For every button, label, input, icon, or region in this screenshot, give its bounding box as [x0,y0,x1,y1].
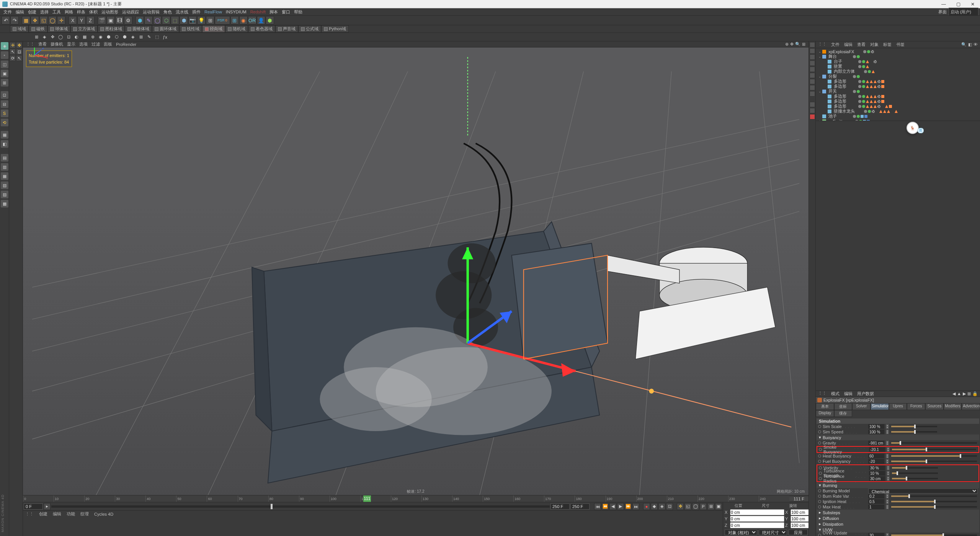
play-fwd-button[interactable]: ▶ [617,503,624,510]
ms-icon[interactable] [810,60,815,66]
render-settings-button[interactable]: ⚙ [124,16,132,25]
axis-x-button[interactable]: X [69,16,77,25]
sec-tab-9[interactable]: 随机域 [225,25,248,33]
lp-t1-icon[interactable]: ⊡ [1,91,8,99]
ms-icon[interactable] [810,79,815,84]
menu-script[interactable]: 脚本 [268,8,280,15]
goto-end-button[interactable]: ⏭ [632,503,639,510]
redo-button[interactable]: ↷ [10,16,19,25]
vptab-display[interactable]: 显示 [67,41,75,47]
menu-plugins[interactable]: 插件 [190,8,203,15]
ms-icon[interactable] [810,114,815,119]
menu-motionclip[interactable]: 运动剪辑 [141,8,162,15]
grip-icon[interactable]: ⋮⋮ [818,391,826,397]
t-opt5[interactable]: ⊞ [707,503,714,510]
uvwupd-input[interactable] [868,533,884,536]
cube-primitive[interactable]: ⬢ [136,16,144,25]
menu-mesh[interactable]: 网格 [63,8,75,15]
ms-icon[interactable] [810,48,815,54]
field-button[interactable]: 👤 [257,16,265,25]
attr-nav-icon[interactable]: ▲ [957,391,961,396]
prev-key-button[interactable]: ⏪ [602,503,609,510]
play-rev-button[interactable]: ◀ [609,503,616,510]
lp-cube-icon[interactable]: ◈ [1,42,8,50]
simspeed-slider[interactable] [891,431,937,433]
simscale-input[interactable] [868,424,884,429]
ms-icon[interactable] [810,108,815,113]
goto-start-button[interactable]: ⏮ [594,503,601,510]
spline-pen[interactable]: ✎ [144,16,153,25]
lp-poly-icon[interactable]: ▣ [1,70,8,77]
render-region-button[interactable]: ▣ [106,16,115,25]
null-button[interactable]: ⊞ [206,16,214,25]
coord-mode-select[interactable]: 对象 (相对) [725,529,757,535]
generator-button[interactable]: ⬡ [162,16,170,25]
irow-icon[interactable]: ⊡ [65,34,72,41]
dynamics-button[interactable]: ◉ [239,16,248,25]
om-bookmark[interactable]: 书签 [896,42,905,47]
vptab-prorender[interactable]: ProRender [116,42,136,47]
ms-icon[interactable] [810,42,815,47]
environment-button[interactable]: ⬢ [180,16,188,25]
scale-tool[interactable]: ◱ [39,16,48,25]
sb-edit[interactable]: 编辑 [53,511,61,517]
fuelb-input[interactable] [868,459,884,464]
vptab-camera[interactable]: 摄像机 [51,41,63,47]
spline-primitive[interactable]: ◯ [153,16,162,25]
tree-row[interactable]: 池子 [816,114,980,119]
subsection-buoyancy[interactable]: ▾ Buoyancy [817,435,979,440]
lp-s6-icon[interactable]: ▩ [1,200,8,208]
ms-icon[interactable] [810,85,815,90]
sec-tab-6[interactable]: 圆环体域 [152,25,179,33]
lp2-icon[interactable]: ⊡ [16,49,22,55]
ts-spin[interactable]: ▸ [44,503,51,510]
sb-cycles[interactable]: Cycles 4D [94,512,113,516]
select-tool[interactable]: ▦ [22,16,30,25]
sb-create[interactable]: 创建 [39,511,47,517]
menu-redshift[interactable]: Redshift [248,8,268,15]
vp-nav3-icon[interactable]: 🔍 [795,42,800,47]
attr-tab-solver[interactable]: Solver [852,403,871,410]
turbs-slider[interactable] [892,472,938,474]
grip-icon[interactable]: ⋮⋮ [818,42,826,47]
attr-tab-缓存[interactable]: 缓存 [834,410,853,417]
auto-key-button[interactable]: ◈ [658,503,665,510]
menu-character[interactable]: 角色 [162,8,174,15]
turbr-input[interactable] [869,476,885,481]
uvwupd-slider[interactable] [891,534,977,536]
ignheat-input[interactable] [868,499,884,504]
menu-volume[interactable]: 体积 [87,8,100,15]
lp-uv-icon[interactable]: ⊞ [1,79,8,87]
turbs-input[interactable] [869,471,885,476]
irow-icon[interactable]: ◐ [73,34,80,41]
t-opt4[interactable]: P [700,503,707,510]
render-view-button[interactable]: 🎬 [98,16,106,25]
menu-tracking[interactable]: 运动跟踪 [120,8,141,15]
sec-tab-10[interactable]: 着色器域 [248,25,275,33]
transport-end2[interactable] [570,503,590,510]
lp-edge-icon[interactable]: ◫ [1,60,8,68]
menu-file[interactable]: 文件 [2,8,14,15]
lp-t2-icon[interactable]: ⊟ [1,100,8,108]
menu-insydium[interactable]: INSYDIUM [224,8,248,15]
irow-icon[interactable]: ◈ [41,34,48,41]
maxheat-input[interactable] [868,505,884,509]
key-sel-button[interactable]: ⊡ [666,503,673,510]
menu-tools[interactable]: 工具 [51,8,63,15]
deformer-button[interactable]: ⬚ [171,16,179,25]
close-button[interactable]: ✕ [968,1,978,8]
menu-help[interactable]: 帮助 [292,8,304,15]
maxheat-slider[interactable] [891,506,977,508]
irow-icon[interactable]: ✥ [49,34,56,41]
attr-tab-advection[interactable]: Advection [962,403,980,410]
om-edit[interactable]: 编辑 [844,42,853,47]
irow-icon[interactable]: ⬡ [113,34,120,41]
axis-z-button[interactable]: Z [86,16,95,25]
timeline-cursor[interactable]: 111 [363,495,371,502]
attr-mode[interactable]: 模式 [831,391,840,397]
next-key-button[interactable]: ⏩ [625,503,632,510]
attr-tab-坐标[interactable]: 坐标 [834,403,853,410]
vp-nav2-icon[interactable]: ✥ [790,42,794,47]
floating-ime-icon[interactable]: 🦌 [906,122,919,134]
grip-icon[interactable]: ⋮⋮ [25,511,34,516]
